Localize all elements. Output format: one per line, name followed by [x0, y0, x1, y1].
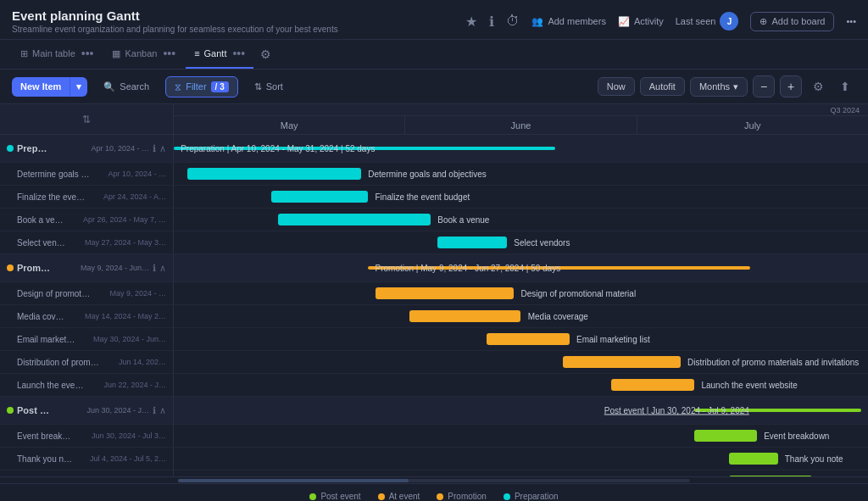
legend-post-event: Post event: [309, 492, 360, 501]
toolbar: New Item ▾ 🔍 Search ⧖ Filter / 3 ⇅ Sort …: [0, 70, 868, 104]
sort-button[interactable]: ⇅ Sort: [245, 76, 292, 97]
tab-main-table-label: Main table: [32, 48, 75, 58]
email-marketing-bar-label: Email marketing list: [576, 335, 650, 344]
add-icon: ⊕: [760, 16, 767, 27]
legend-dot-at-event: [378, 493, 385, 500]
search-icon: 🔍: [103, 81, 115, 92]
task-bar-design-promo: Design of promotional material: [174, 282, 868, 304]
now-label: Now: [607, 81, 626, 92]
task-row-design-promo: Design of promot… May 9, 2024 - … Design…: [0, 282, 868, 305]
group-info-icon[interactable]: ℹ: [153, 143, 156, 154]
group-left-preparation: Prep… Apr 10, 2024 - … ℹ ∧: [0, 135, 174, 162]
settings-icon[interactable]: ⚙: [260, 47, 271, 61]
task-row-determine-goals: Determine goals … Apr 10, 2024 - … Deter…: [0, 163, 868, 186]
gantt-settings-icon[interactable]: ⚙: [807, 75, 829, 97]
task-date-select-vendors: May 27, 2024 - May 3…: [85, 238, 166, 247]
task-date-email-marketing: May 30, 2024 - Jun…: [93, 335, 166, 343]
gantt-controls: Now Autofit Months ▾ − + ⚙ ⬆: [598, 75, 856, 97]
launch-website-bar: [611, 379, 694, 391]
add-to-board-button[interactable]: ⊕ Add to board: [750, 12, 834, 31]
group-date-promotion: May 9, 2024 - Jun…: [81, 264, 149, 272]
task-left-finalize-budget: Finalize the eve… Apr 24, 2024 - A…: [0, 186, 174, 208]
group-name-preparation: Prep…: [17, 143, 87, 153]
sort-label: Sort: [266, 81, 283, 92]
add-members-button[interactable]: 👥 Add members: [531, 16, 605, 27]
task-left-media-coverage: Media cov… May 14, 2024 - May 2…: [0, 305, 174, 327]
task-date-media-coverage: May 14, 2024 - May 2…: [85, 312, 166, 320]
task-bar-event-breakdown: Event breakdown: [174, 425, 868, 447]
book-venue-bar-label: Book a venue: [437, 215, 489, 225]
tab-kanban[interactable]: ▦ Kanban •••: [103, 40, 184, 69]
media-coverage-bar-label: Media coverage: [528, 312, 588, 321]
task-name-design-promo: Design of promot…: [17, 289, 106, 298]
clock-button[interactable]: ⏱: [506, 14, 520, 29]
header-right: ★ ℹ ⏱ 👥 Add members 📈 Activity Last seen…: [465, 12, 856, 31]
task-bar-distribution: Distribution of promo materials and invi…: [174, 351, 868, 373]
task-row-select-vendors: Select ven… May 27, 2024 - May 3… Select…: [0, 231, 868, 254]
group-collapse-preparation[interactable]: ∧: [159, 143, 166, 154]
months-label: Months: [699, 81, 730, 92]
group-collapse-post[interactable]: ∧: [159, 405, 166, 416]
now-button[interactable]: Now: [598, 77, 635, 96]
add-to-board-label: Add to board: [771, 16, 825, 26]
months-dropdown[interactable]: Months ▾: [690, 77, 748, 97]
more-options-button[interactable]: •••: [846, 16, 856, 26]
filter-button[interactable]: ⧖ Filter / 3: [165, 76, 238, 97]
analytics-bar: [729, 476, 812, 476]
star-button[interactable]: ★: [465, 14, 477, 30]
avatar: J: [720, 12, 738, 31]
zoom-in-button[interactable]: +: [780, 75, 802, 97]
new-item-label: New Item: [12, 77, 70, 96]
task-name-determine-goals: Determine goals …: [17, 170, 104, 179]
task-bar-determine-goals: Determine goals and objectives: [174, 163, 868, 185]
event-breakdown-bar-label: Event breakdown: [764, 431, 829, 441]
zoom-out-button[interactable]: −: [753, 75, 775, 97]
group-info-icon-promo[interactable]: ℹ: [153, 263, 156, 274]
horizontal-scrollbar[interactable]: [0, 476, 868, 483]
task-left-event-breakdown: Event break… Jun 30, 2024 - Jul 3…: [0, 425, 174, 447]
last-seen-button[interactable]: Last seen J: [676, 12, 739, 31]
task-date-thank-you: Jul 4, 2024 - Jul 5, 2…: [90, 454, 166, 463]
thank-you-bar: [729, 453, 777, 465]
expand-all-icon[interactable]: ⇅: [82, 114, 91, 125]
task-row-media-coverage: Media cov… May 14, 2024 - May 2… Media c…: [0, 305, 868, 328]
page-subtitle: Streamline event organization and planni…: [12, 25, 338, 34]
filter-icon: ⧖: [175, 81, 181, 92]
group-collapse-promotion[interactable]: ∧: [159, 263, 166, 274]
activity-label: Activity: [634, 16, 664, 26]
task-name-launch-website: Launch the eve…: [17, 381, 100, 390]
new-item-dropdown-arrow[interactable]: ▾: [70, 77, 87, 97]
tab-bar: ⊞ Main table ••• ▦ Kanban ••• ≡ Gantt ••…: [0, 40, 868, 70]
add-members-icon: 👥: [531, 16, 543, 27]
task-left-thank-you: Thank you n… Jul 4, 2024 - Jul 5, 2…: [0, 448, 174, 470]
task-row-thank-you: Thank you n… Jul 4, 2024 - Jul 5, 2… Tha…: [0, 448, 868, 470]
months-row: May June July: [174, 116, 868, 134]
group-row-promotion: Prom… May 9, 2024 - Jun… ℹ ∧ Promotion |…: [0, 254, 868, 282]
tab-gantt[interactable]: ≡ Gantt •••: [186, 40, 253, 69]
gantt-more[interactable]: •••: [232, 47, 245, 60]
autofit-button[interactable]: Autofit: [640, 77, 685, 96]
post-event-bar-label: Post event | Jun 30, 2024 - Jul 9, 2024: [604, 406, 749, 415]
search-label: Search: [120, 81, 149, 92]
group-info-icon-post[interactable]: ℹ: [153, 405, 156, 416]
scroll-thumb[interactable]: [178, 479, 409, 482]
gantt-export-icon[interactable]: ⬆: [834, 75, 856, 97]
add-members-label: Add members: [548, 16, 605, 26]
kanban-icon: ▦: [112, 48, 120, 59]
legend-dot-post-event: [309, 493, 316, 500]
task-name-select-vendors: Select ven…: [17, 238, 81, 248]
top-header: Event planning Gantt Streamline event or…: [0, 0, 868, 40]
activity-button[interactable]: 📈 Activity: [618, 16, 664, 27]
main-table-more[interactable]: •••: [81, 47, 94, 60]
timeline-col-header: Q3 2024 May June July: [174, 104, 868, 134]
group-name-promotion: Prom…: [17, 263, 77, 273]
search-button[interactable]: 🔍 Search: [94, 76, 159, 97]
task-left-select-vendors: Select ven… May 27, 2024 - May 3…: [0, 231, 174, 253]
tab-main-table[interactable]: ⊞ Main table •••: [12, 40, 102, 69]
new-item-button[interactable]: New Item ▾: [12, 77, 87, 97]
task-bar-media-coverage: Media coverage: [174, 305, 868, 327]
info-button[interactable]: ℹ: [489, 14, 494, 30]
gantt-scroll-body[interactable]: Prep… Apr 10, 2024 - … ℹ ∧ Preparation |…: [0, 135, 868, 476]
kanban-more[interactable]: •••: [163, 47, 175, 60]
task-left-design-promo: Design of promot… May 9, 2024 - …: [0, 282, 174, 304]
